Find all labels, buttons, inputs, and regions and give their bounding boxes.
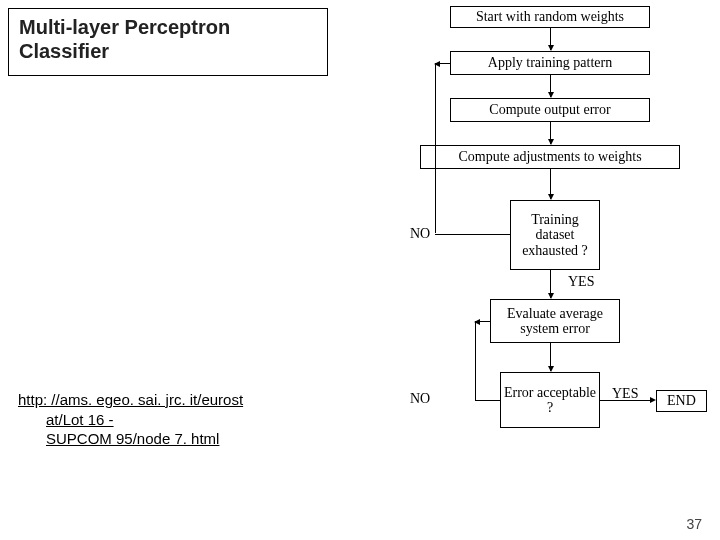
link-text-line3: SUPCOM 95/node 7. html — [18, 429, 318, 449]
arrow-icon — [550, 122, 551, 144]
arrow-icon — [550, 28, 551, 50]
line — [475, 400, 500, 401]
flow-end: END — [656, 390, 707, 412]
link-text-line2: at/Lot 16 - — [18, 410, 318, 430]
flow-decision-dataset-exhausted: Training dataset exhausted ? — [510, 200, 600, 270]
line — [435, 63, 436, 233]
flow-decision-error-acceptable: Error acceptable ? — [500, 372, 600, 428]
flow-step-apply-pattern: Apply training pattern — [450, 51, 650, 75]
source-link[interactable]: http: //ams. egeo. sai. jrc. it/eurost a… — [18, 390, 318, 449]
line — [600, 400, 650, 401]
label-yes: YES — [568, 274, 594, 290]
arrow-icon — [550, 270, 551, 298]
line — [475, 321, 476, 400]
flow-step-compute-error: Compute output error — [450, 98, 650, 122]
arrow-icon — [550, 169, 551, 199]
arrow-left-icon — [475, 321, 490, 322]
line — [435, 234, 510, 235]
link-text-line1: http: //ams. egeo. sai. jrc. it/eurost — [18, 391, 243, 408]
arrow-icon — [550, 343, 551, 371]
label-no-2: NO — [410, 391, 430, 407]
page-number: 37 — [686, 516, 702, 532]
flow-step-evaluate-error: Evaluate average system error — [490, 299, 620, 343]
flow-step-adjust-weights: Compute adjustments to weights — [420, 145, 680, 169]
page-title: Multi-layer Perceptron Classifier — [19, 15, 317, 63]
arrow-left-icon — [435, 63, 450, 64]
flow-step-start: Start with random weights — [450, 6, 650, 28]
title-container: Multi-layer Perceptron Classifier — [8, 8, 328, 76]
label-no: NO — [410, 226, 430, 242]
arrow-icon — [550, 75, 551, 97]
